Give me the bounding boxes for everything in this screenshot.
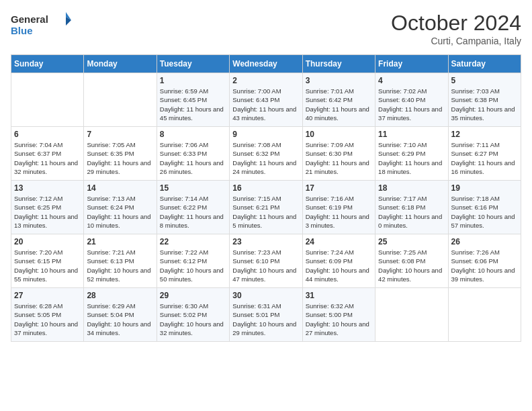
day-number: 26 <box>451 237 518 246</box>
day-number: 23 <box>232 237 299 246</box>
day-number: 3 <box>306 76 372 85</box>
day-number: 1 <box>160 76 226 85</box>
day-info: Sunrise: 7:02 AM Sunset: 6:40 PM Dayligh… <box>378 87 445 122</box>
day-info: Sunrise: 7:18 AM Sunset: 6:16 PM Dayligh… <box>451 194 518 230</box>
calendar-cell: 27 Sunrise: 6:28 AM Sunset: 5:05 PM Dayl… <box>11 288 84 342</box>
title-block: October 2024 Curti, Campania, Italy <box>391 11 521 46</box>
day-number: 31 <box>306 291 372 300</box>
day-info: Sunrise: 7:15 AM Sunset: 6:21 PM Dayligh… <box>232 194 299 230</box>
week-row-5: 27 Sunrise: 6:28 AM Sunset: 5:05 PM Dayl… <box>11 288 521 342</box>
day-info: Sunrise: 7:12 AM Sunset: 6:25 PM Dayligh… <box>14 194 81 230</box>
day-info: Sunrise: 7:14 AM Sunset: 6:22 PM Dayligh… <box>160 194 226 230</box>
day-number: 20 <box>14 237 81 246</box>
calendar-cell: 9 Sunrise: 7:08 AM Sunset: 6:32 PM Dayli… <box>230 127 302 181</box>
day-number: 11 <box>378 130 445 139</box>
page-header: General Blue October 2024 Curti, Campani… <box>11 11 521 46</box>
day-info: Sunrise: 7:26 AM Sunset: 6:06 PM Dayligh… <box>451 248 518 283</box>
week-row-2: 6 Sunrise: 7:04 AM Sunset: 6:37 PM Dayli… <box>11 127 521 181</box>
day-info: Sunrise: 7:09 AM Sunset: 6:30 PM Dayligh… <box>306 140 372 176</box>
day-info: Sunrise: 7:04 AM Sunset: 6:37 PM Dayligh… <box>14 140 81 176</box>
day-info: Sunrise: 7:03 AM Sunset: 6:38 PM Dayligh… <box>451 87 518 122</box>
calendar-cell: 15 Sunrise: 7:14 AM Sunset: 6:22 PM Dayl… <box>157 181 229 234</box>
day-info: Sunrise: 7:23 AM Sunset: 6:10 PM Dayligh… <box>232 248 299 283</box>
day-number: 29 <box>160 291 226 300</box>
logo: General Blue <box>11 11 71 38</box>
day-number: 5 <box>451 76 518 85</box>
day-info: Sunrise: 7:10 AM Sunset: 6:29 PM Dayligh… <box>378 140 445 176</box>
calendar-cell: 2 Sunrise: 7:00 AM Sunset: 6:43 PM Dayli… <box>230 73 302 127</box>
day-number: 22 <box>160 237 226 246</box>
day-number: 25 <box>378 237 445 246</box>
calendar-cell: 26 Sunrise: 7:26 AM Sunset: 6:06 PM Dayl… <box>448 234 521 288</box>
day-info: Sunrise: 7:05 AM Sunset: 6:35 PM Dayligh… <box>87 140 153 176</box>
day-number: 8 <box>160 130 226 139</box>
calendar-cell: 3 Sunrise: 7:01 AM Sunset: 6:42 PM Dayli… <box>302 73 375 127</box>
header-day-thursday: Thursday <box>302 55 375 73</box>
day-number: 18 <box>378 183 445 193</box>
day-info: Sunrise: 7:24 AM Sunset: 6:09 PM Dayligh… <box>306 248 372 283</box>
day-number: 28 <box>87 291 153 300</box>
day-number: 15 <box>160 183 226 193</box>
day-number: 6 <box>14 130 81 139</box>
svg-text:General: General <box>11 13 48 25</box>
svg-text:Blue: Blue <box>11 25 33 36</box>
calendar-cell <box>375 288 448 342</box>
day-info: Sunrise: 7:17 AM Sunset: 6:18 PM Dayligh… <box>378 194 445 230</box>
day-info: Sunrise: 6:30 AM Sunset: 5:02 PM Dayligh… <box>160 302 226 337</box>
calendar-cell: 5 Sunrise: 7:03 AM Sunset: 6:38 PM Dayli… <box>448 73 521 127</box>
day-info: Sunrise: 7:00 AM Sunset: 6:43 PM Dayligh… <box>232 87 299 122</box>
header-day-wednesday: Wednesday <box>230 55 302 73</box>
calendar-cell: 23 Sunrise: 7:23 AM Sunset: 6:10 PM Dayl… <box>230 234 302 288</box>
calendar-cell: 28 Sunrise: 6:29 AM Sunset: 5:04 PM Dayl… <box>84 288 157 342</box>
calendar-cell: 29 Sunrise: 6:30 AM Sunset: 5:02 PM Dayl… <box>157 288 229 342</box>
header-day-monday: Monday <box>84 55 157 73</box>
day-info: Sunrise: 7:06 AM Sunset: 6:33 PM Dayligh… <box>160 140 226 176</box>
day-number: 16 <box>232 183 299 193</box>
header-day-sunday: Sunday <box>11 55 84 73</box>
day-number: 13 <box>14 183 81 193</box>
day-info: Sunrise: 6:28 AM Sunset: 5:05 PM Dayligh… <box>14 302 81 337</box>
day-info: Sunrise: 7:11 AM Sunset: 6:27 PM Dayligh… <box>451 140 518 176</box>
month-title: October 2024 <box>391 11 521 36</box>
calendar-cell: 30 Sunrise: 6:31 AM Sunset: 5:01 PM Dayl… <box>230 288 302 342</box>
day-info: Sunrise: 7:21 AM Sunset: 6:13 PM Dayligh… <box>87 248 153 283</box>
day-number: 4 <box>378 76 445 85</box>
calendar-cell: 13 Sunrise: 7:12 AM Sunset: 6:25 PM Dayl… <box>11 181 84 234</box>
calendar-cell: 8 Sunrise: 7:06 AM Sunset: 6:33 PM Dayli… <box>157 127 229 181</box>
calendar-cell: 11 Sunrise: 7:10 AM Sunset: 6:29 PM Dayl… <box>375 127 448 181</box>
day-info: Sunrise: 6:31 AM Sunset: 5:01 PM Dayligh… <box>232 302 299 337</box>
calendar-cell: 31 Sunrise: 6:32 AM Sunset: 5:00 PM Dayl… <box>302 288 375 342</box>
calendar-cell <box>11 73 84 127</box>
day-number: 7 <box>87 130 153 139</box>
calendar-cell: 19 Sunrise: 7:18 AM Sunset: 6:16 PM Dayl… <box>448 181 521 234</box>
calendar-cell: 7 Sunrise: 7:05 AM Sunset: 6:35 PM Dayli… <box>84 127 157 181</box>
day-number: 12 <box>451 130 518 139</box>
calendar-cell: 1 Sunrise: 6:59 AM Sunset: 6:45 PM Dayli… <box>157 73 229 127</box>
calendar-table: SundayMondayTuesdayWednesdayThursdayFrid… <box>11 54 521 342</box>
calendar-cell: 14 Sunrise: 7:13 AM Sunset: 6:24 PM Dayl… <box>84 181 157 234</box>
day-number: 9 <box>232 130 299 139</box>
day-number: 2 <box>232 76 299 85</box>
calendar-cell: 17 Sunrise: 7:16 AM Sunset: 6:19 PM Dayl… <box>302 181 375 234</box>
day-info: Sunrise: 7:01 AM Sunset: 6:42 PM Dayligh… <box>306 87 372 122</box>
calendar-cell: 25 Sunrise: 7:25 AM Sunset: 6:08 PM Dayl… <box>375 234 448 288</box>
calendar-cell: 6 Sunrise: 7:04 AM Sunset: 6:37 PM Dayli… <box>11 127 84 181</box>
calendar-cell: 22 Sunrise: 7:22 AM Sunset: 6:12 PM Dayl… <box>157 234 229 288</box>
logo-svg: General Blue <box>11 11 71 38</box>
calendar-cell: 20 Sunrise: 7:20 AM Sunset: 6:15 PM Dayl… <box>11 234 84 288</box>
header-row: SundayMondayTuesdayWednesdayThursdayFrid… <box>11 55 521 73</box>
day-info: Sunrise: 7:22 AM Sunset: 6:12 PM Dayligh… <box>160 248 226 283</box>
calendar-cell <box>84 73 157 127</box>
calendar-cell: 4 Sunrise: 7:02 AM Sunset: 6:40 PM Dayli… <box>375 73 448 127</box>
day-number: 27 <box>14 291 81 300</box>
day-number: 21 <box>87 237 153 246</box>
calendar-cell: 16 Sunrise: 7:15 AM Sunset: 6:21 PM Dayl… <box>230 181 302 234</box>
header-day-friday: Friday <box>375 55 448 73</box>
day-info: Sunrise: 6:59 AM Sunset: 6:45 PM Dayligh… <box>160 87 226 122</box>
day-number: 10 <box>306 130 372 139</box>
day-number: 17 <box>306 183 372 193</box>
calendar-cell: 10 Sunrise: 7:09 AM Sunset: 6:30 PM Dayl… <box>302 127 375 181</box>
header-day-tuesday: Tuesday <box>157 55 229 73</box>
day-info: Sunrise: 7:16 AM Sunset: 6:19 PM Dayligh… <box>306 194 372 230</box>
calendar-cell: 18 Sunrise: 7:17 AM Sunset: 6:18 PM Dayl… <box>375 181 448 234</box>
